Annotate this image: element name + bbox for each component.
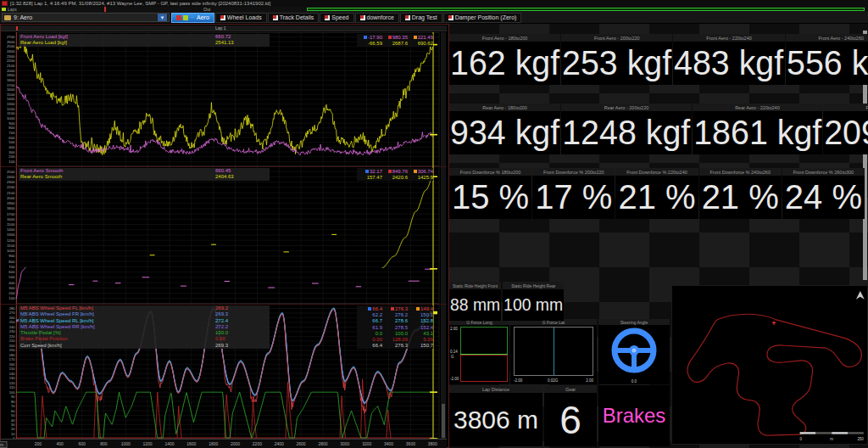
brakes-box: Brakes — [598, 385, 670, 446]
svg-text:1800: 1800 — [7, 78, 15, 82]
gear-header: Gear — [544, 385, 597, 393]
legend-row[interactable]: Front Aero Smooth660.45 — [19, 168, 270, 174]
svg-text:190: 190 — [9, 348, 15, 352]
x-tick-label: 2800 — [318, 441, 327, 446]
tab-speed[interactable]: Speed — [320, 13, 353, 23]
svg-text:2000: 2000 — [7, 69, 15, 73]
worksheet-icon — [405, 15, 410, 20]
svg-text:600: 600 — [8, 136, 15, 140]
g-lat-min-label: -2.00 — [514, 378, 522, 383]
svg-text:1700: 1700 — [7, 212, 15, 216]
aero-smooth-plot[interactable]: 1002003004005006007008009001000110012001… — [1, 166, 447, 304]
legend-row[interactable]: Corr Speed [km/h]269.3 — [19, 343, 270, 349]
out-lap-range-bar[interactable] — [307, 8, 865, 11]
chart-strip-speed[interactable]: 0102030405060708090100110120130140150160… — [1, 304, 447, 439]
readout-label: Front Downforce % 180to200 — [449, 168, 531, 176]
lap-band-cursor — [16, 26, 18, 31]
readout-value: 934 kgf — [450, 114, 559, 152]
x-tick-label: 200 — [35, 441, 42, 446]
aero-load-plot[interactable]: 1002003004005006007008009001000110012001… — [1, 32, 447, 166]
brakes-indicator: Brakes — [603, 404, 666, 428]
legend-row[interactable]: Throttle Pedal [%]100.0 — [19, 330, 270, 336]
legend-row[interactable]: Rear Aero Load [kgf]2541.13 — [19, 40, 270, 46]
tab-label: Damper Position (Zero) — [455, 14, 517, 20]
svg-text:200: 200 — [9, 344, 15, 348]
readout-value: 1248 kgf — [562, 114, 690, 152]
svg-text:120: 120 — [9, 381, 15, 385]
readout-box: Front Aero - 220to240483 kgf — [673, 34, 784, 85]
x-tick-label: 600 — [78, 441, 85, 446]
g-lat-max-label: 2.00 — [586, 378, 593, 383]
readout-value: 2092 kgf — [824, 114, 868, 152]
workbook-select[interactable]: 9: Aero ▼ — [2, 13, 170, 22]
chart-strip-aero-smooth[interactable]: 1002003004005006007008009001000110012001… — [1, 166, 447, 304]
readout-label: Front Aero - 180to200 — [449, 34, 560, 42]
svg-text:70: 70 — [11, 404, 15, 408]
x-tick-label: 1800 — [209, 441, 218, 446]
svg-text:1300: 1300 — [7, 232, 15, 237]
ride-height-value: 100 mm — [504, 295, 563, 315]
aero-smooth-stats: 32.17849.76306.74157.472420.61425.9 — [357, 168, 433, 181]
worksheet-icon — [360, 15, 365, 20]
svg-text:220: 220 — [9, 334, 15, 339]
readout-box: Rear Aero - 220to2401861 kgf — [693, 104, 822, 154]
svg-text:80: 80 — [11, 400, 15, 404]
readout-label: Front Downforce % 240to260 — [699, 168, 782, 176]
y-axis-labels: 0102030405060708090100110120130140150160… — [9, 306, 15, 439]
chart-strip-aero-load[interactable]: 1002003004005006007008009001000110012001… — [1, 32, 447, 166]
g-lat-value: 0.02G — [548, 378, 558, 383]
worksheet-icon — [220, 15, 225, 20]
svg-text:2100: 2100 — [7, 191, 15, 195]
svg-text:1000: 1000 — [7, 249, 15, 253]
tab-drag-test[interactable]: Drag Test — [400, 13, 442, 23]
track-map[interactable]: + 0 m 250 — [671, 285, 868, 445]
x-tick-label: 800 — [100, 441, 107, 446]
tab-damper-position-zero-[interactable]: Damper Position (Zero) — [443, 13, 522, 23]
svg-text:500: 500 — [8, 140, 15, 144]
workbook-label: 9: Aero — [14, 14, 32, 20]
lap-distance-header: Lap Distance — [449, 385, 542, 393]
trace — [41, 396, 47, 438]
svg-text:800: 800 — [8, 260, 15, 264]
legend-row[interactable]: Front Aero Load [kgf]660.72 — [19, 34, 270, 40]
worksheet-icon — [183, 15, 188, 20]
svg-text:2300: 2300 — [7, 180, 15, 184]
svg-text:600: 600 — [8, 270, 15, 274]
legend-row[interactable]: Rear Aero Smooth2404.63 — [19, 174, 270, 180]
tab-downforce[interactable]: downforce — [355, 13, 399, 23]
readout-value: 17 % — [535, 178, 612, 216]
svg-text:m: m — [830, 437, 833, 441]
svg-text:400: 400 — [8, 281, 15, 285]
svg-text:230: 230 — [9, 329, 15, 333]
g-long-min-label: -2.00 — [450, 377, 459, 381]
g-long-value: 0.14 — [450, 350, 458, 354]
max-marker-icon — [391, 307, 394, 311]
trace — [16, 392, 433, 438]
svg-text:1700: 1700 — [7, 83, 15, 87]
legend-row[interactable]: M5 ABS Wheel Speed FR [km/h]269.3 — [19, 311, 270, 317]
svg-text:500: 500 — [8, 275, 15, 279]
avg-marker-icon — [414, 36, 417, 39]
tab-wheel-loads[interactable]: Wheel Loads — [215, 13, 267, 23]
readout-label: Front Aero - 240to260 — [786, 34, 868, 42]
svg-text:1500: 1500 — [7, 222, 15, 227]
folder-icon — [4, 15, 11, 20]
readout-label: Front Aero - 220to240 — [673, 34, 784, 42]
legend-row[interactable]: M5 ABS Wheel Speed FL [km/h]269.2 — [19, 305, 270, 311]
worksheet-icon — [325, 15, 330, 20]
x-axis-unit[interactable]: m — [0, 441, 8, 448]
g-long-plot — [460, 327, 508, 382]
lap-band[interactable]: Lap 1 — [1, 25, 447, 31]
legend-row[interactable]: M5 ABS Wheel Speed RL [km/h]272.4 — [19, 318, 270, 324]
speed-legend: M5 ABS Wheel Speed FL [km/h]269.2M5 ABS … — [19, 305, 270, 349]
legend-row[interactable]: Brake Pedal Position0.00 — [19, 336, 270, 342]
svg-text:10: 10 — [11, 432, 15, 436]
tab-aero[interactable]: ~Aero — [171, 13, 214, 23]
readout-box: Front Downforce % 200to22017 % — [532, 168, 615, 219]
svg-text:180: 180 — [9, 353, 15, 357]
chevron-down-icon[interactable]: ▼ — [158, 14, 167, 21]
readout-value: 21 % — [618, 178, 695, 216]
tab-track-details[interactable]: Track Details — [268, 13, 320, 23]
window-title: [1:32.828] Lap 1, 4:16:49 PM, 31/08/2024… — [10, 1, 270, 6]
legend-row[interactable]: M5 ABS Wheel Speed RR [km/h]272.2 — [19, 324, 270, 330]
